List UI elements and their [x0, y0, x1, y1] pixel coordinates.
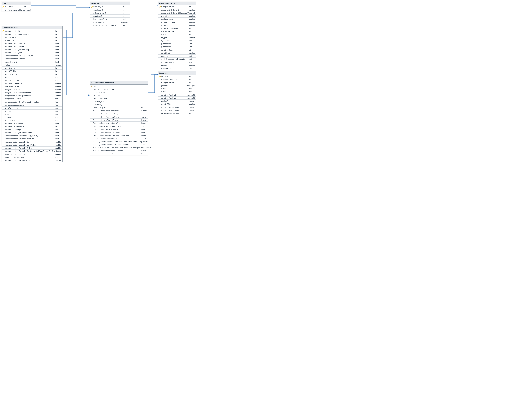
field-row[interactable]: foodIDforRecommendationint — [90, 88, 148, 91]
field-row[interactable]: populationPhenotypeRiskdouble — [2, 153, 62, 156]
field-row[interactable]: recommendation_GramsPercentPerDaydouble — [2, 144, 62, 146]
field-row[interactable]: usdaFDGrp_Cdint — [2, 73, 62, 76]
field-row[interactable]: recommendationIDint — [90, 97, 148, 100]
field-row[interactable]: recommendation_IsGramsPerMilliliterbool — [2, 137, 62, 140]
field-row[interactable]: recommendedNumberOfServingsInMsreUnitsdo… — [90, 134, 148, 137]
field-row[interactable]: nutrigeneticEvidencetext — [2, 97, 62, 100]
entity-user[interactable]: User🔑userTableIDintuserAnonymousIDNumber… — [2, 2, 31, 11]
field-row[interactable]: recommendation_IsPercentEnergyPerDaybool — [2, 134, 62, 137]
field-row[interactable]: usdaNutr_Noint — [90, 100, 148, 103]
entity-header[interactable]: UserEntry — [91, 2, 130, 5]
field-row[interactable]: studyDescriptiontext — [2, 106, 62, 110]
field-row[interactable]: dietItemDescriptiontext — [2, 119, 62, 122]
field-row[interactable]: recommendationCountint — [158, 112, 196, 115]
field-row[interactable]: recommendation_IsNutrientbool — [2, 42, 62, 45]
field-row[interactable]: populationRiskDataSourcetext — [2, 156, 62, 159]
field-row[interactable]: p_accessiontext — [158, 42, 196, 45]
field-row[interactable]: genotypeIDint — [91, 15, 130, 18]
field-row[interactable]: referenceSNPclusterIDvarchar — [158, 8, 196, 11]
field-row[interactable]: recommendation_GramsPerMilliliterdouble — [2, 146, 62, 150]
field-row[interactable]: geneCI95%LowerNumberdouble — [158, 106, 196, 109]
field-row[interactable]: usdaNutr_Noint — [2, 67, 62, 70]
field-row[interactable]: c_accessiontext — [158, 39, 196, 42]
field-row[interactable]: food_usdaFoodDescriptionShortvarchar — [90, 115, 148, 119]
field-row[interactable]: medgen_phenvarchar — [158, 18, 196, 21]
field-row[interactable]: referenceSNPclusterIDNumericalValueint — [158, 11, 196, 15]
field-row[interactable]: sourcetext — [2, 76, 62, 79]
field-row[interactable]: genotypeMatcher2varchar(2) — [158, 96, 196, 100]
field-row[interactable]: pValueGenedouble — [158, 100, 196, 103]
field-row[interactable]: geneInformationtext — [158, 61, 196, 64]
field-row[interactable]: commentstext — [2, 110, 62, 113]
field-row[interactable]: recommendation_GramsPerDayCalculatedFrom… — [2, 150, 62, 153]
field-row[interactable]: nutrigeneticsDescriptiontext — [2, 104, 62, 106]
field-row[interactable]: nutrigeneticFactortext — [2, 79, 62, 82]
entity-header[interactable]: NutrigeneticsEntry — [158, 2, 196, 5]
field-row[interactable]: evidencetext — [158, 55, 196, 58]
field-row[interactable]: genotypeIDint — [2, 39, 62, 42]
field-row[interactable]: 🔑userTableIDint — [2, 5, 31, 8]
field-row[interactable]: nutrient_nutrientValueAmountPer100GramsF… — [90, 146, 148, 149]
entity-userEntry[interactable]: UserEntry🔑userEntryIDintuserTableIDintnu… — [90, 2, 130, 27]
field-row[interactable]: userTableIDint — [91, 8, 130, 11]
field-row[interactable]: recommendationIDforGenotypeint — [2, 33, 62, 36]
field-row[interactable]: genotypeCountint — [158, 48, 196, 52]
field-row[interactable]: 🔑nutrigenEntryIDint — [158, 5, 196, 8]
field-row[interactable]: PMIDsvarchar — [2, 63, 62, 67]
field-row[interactable]: omimint — [158, 33, 196, 36]
entity-nutrigenetics[interactable]: NutrigeneticsEntry🔑nutrigenEntryIDintref… — [158, 2, 196, 70]
field-row[interactable]: position_dbSNPint — [158, 30, 196, 33]
field-row[interactable]: genotypeIDint — [90, 94, 148, 97]
field-row[interactable]: nutrigenEntryIDint — [90, 91, 148, 94]
field-row[interactable]: geneCI95%UpperNumberdouble — [158, 109, 196, 112]
field-row[interactable]: recommendation_IsEndophenotypebool — [2, 54, 62, 57]
field-row[interactable]: includeNutrientbool — [2, 60, 62, 63]
entity-recommendation[interactable]: Recommendation🔑recommendationIDintrecomm… — [2, 26, 63, 162]
field-row[interactable]: includeEntrybool — [158, 67, 196, 70]
field-row[interactable]: userGenotypevarchar(3) — [91, 21, 130, 24]
field-row[interactable]: nutrigeneticsCI95%LowerNumberdouble — [2, 91, 62, 94]
field-row[interactable]: recommendationReferenceHTMLvarchar — [2, 159, 62, 162]
field-row[interactable]: userAnonymousIDNumberbigint — [2, 8, 31, 11]
field-row[interactable]: recommendation_IsGramsPerDaybool — [2, 131, 62, 134]
field-row[interactable]: recommendation_IsFoodbool — [2, 45, 62, 48]
field-row[interactable]: ref_genvarchar — [158, 36, 196, 39]
field-row[interactable]: chromosomeNumberint — [158, 27, 196, 30]
field-row[interactable]: recommendation_GramsPerDaydouble — [2, 140, 62, 144]
field-row[interactable]: recommendation_IsOtherbool — [2, 57, 62, 60]
field-row[interactable]: allele2char — [158, 90, 196, 94]
field-row[interactable]: usdaNDB_Noint — [2, 70, 62, 73]
field-row[interactable]: chromosomevarchar — [158, 24, 196, 27]
field-row[interactable]: genotypeMatcher1varchar(2) — [158, 94, 196, 96]
field-row[interactable]: 🔑recommendationIDint — [2, 30, 62, 33]
field-row[interactable]: effectstext — [2, 113, 62, 116]
field-row[interactable]: keywordstext — [2, 116, 62, 119]
entity-recommendedFood[interactable]: RecommendedFoodOrNutrient🔑foodIDintfoodI… — [90, 81, 148, 156]
field-row[interactable]: nutrient_PercentAmountByFoodMassdouble — [90, 149, 148, 152]
field-row[interactable]: nutrigeneticsCI95%varchar — [2, 88, 62, 91]
field-row[interactable]: nutrigenEntryIDint — [91, 11, 130, 15]
field-row[interactable]: nutrigeneticsCI95%UpperNumberdouble — [2, 94, 62, 97]
field-row[interactable]: recommendedRangetext — [2, 128, 62, 131]
field-row[interactable]: food_usdafoodGroupDescriptionvarchar — [90, 109, 148, 112]
field-row[interactable]: genotypeIDforEntryint — [158, 78, 196, 81]
field-row[interactable]: nutrient_usdaNutrientValueAmountPer100Gr… — [90, 140, 148, 143]
field-row[interactable]: recommendation_IsFoodGroupbool — [2, 48, 62, 51]
field-row[interactable]: 🔑foodIDint — [90, 84, 148, 88]
entity-header[interactable]: User — [2, 2, 31, 5]
field-row[interactable]: allele1char — [158, 87, 196, 90]
entity-header[interactable]: Genotype — [158, 72, 196, 75]
field-row[interactable]: nutrigenEntryIDint — [158, 81, 196, 84]
field-row[interactable]: usdaNDB_Noint — [90, 103, 148, 106]
field-row[interactable]: nutrient_usdaNutrientValueMeasurementUni… — [90, 143, 148, 146]
entity-genotype[interactable]: Genotype🔑genotypeIDintgenotypeIDforEntry… — [158, 71, 196, 115]
field-row[interactable]: nutrient_usdaNutrientDescriptionvarchar — [90, 137, 148, 140]
field-row[interactable]: studyGroupSubjectsDescriptiontext — [158, 58, 196, 61]
field-row[interactable]: nutrigeneticStudyGroupSubjectsDescriptio… — [2, 100, 62, 104]
field-row[interactable]: PMIDsvarchar — [158, 64, 196, 67]
entity-header[interactable]: Recommendation — [2, 26, 62, 30]
field-row[interactable]: recommendation_IsDietbool — [2, 51, 62, 54]
field-row[interactable]: recommendedGramsOfFoodTotaldouble — [90, 128, 148, 131]
field-row[interactable]: food_usdaFoodDescriptionLongvarchar — [90, 112, 148, 115]
field-row[interactable]: pValueNutrigeneticsdouble — [2, 85, 62, 88]
